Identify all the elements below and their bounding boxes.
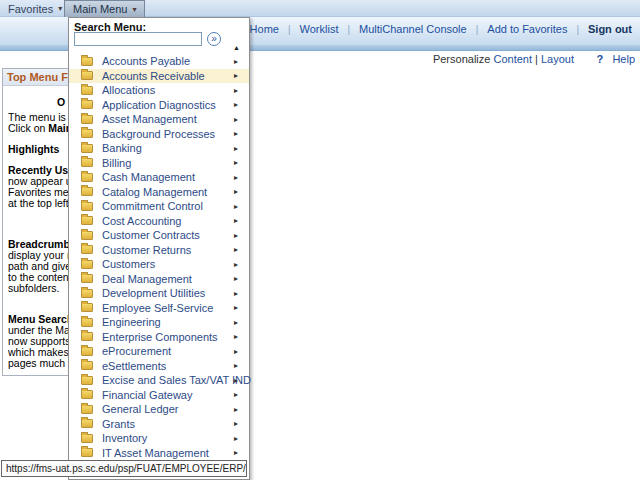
header-links: Home|Worklist|MultiChannel Console|Add t… [250,17,632,41]
menu-item-inventory[interactable]: Inventory▸ [69,431,249,446]
folder-icon [81,332,93,341]
menu-item-label: General Ledger [102,403,178,415]
menu-item-label: Cash Management [102,171,195,183]
separator: | [476,24,479,35]
folder-icon [81,129,93,138]
folder-icon [81,448,93,457]
header-link-add-to-favorites[interactable]: Add to Favorites [487,23,567,35]
search-go-button[interactable]: » [207,32,221,46]
menu-item-application-diagnostics[interactable]: Application Diagnostics▸ [69,98,249,113]
header-link-home[interactable]: Home [250,23,279,35]
menu-item-accounts-receivable[interactable]: Accounts Receivable▸ [69,69,249,84]
menu-item-grants[interactable]: Grants▸ [69,417,249,432]
folder-icon [81,115,93,124]
menu-item-label: Banking [102,142,142,154]
submenu-arrow-icon: ▸ [234,100,238,109]
folder-icon [81,347,93,356]
folder-icon [81,361,93,370]
menu-item-label: Customers [102,258,155,270]
menu-item-label: Grants [102,418,135,430]
folder-icon [81,434,93,443]
menu-item-label: Accounts Payable [102,55,190,67]
personalize-content-link[interactable]: Content [493,53,532,65]
submenu-arrow-icon: ▸ [234,390,238,399]
menu-item-it-asset-management[interactable]: IT Asset Management▸ [69,446,249,461]
folder-icon [81,260,93,269]
menu-item-accounts-payable[interactable]: Accounts Payable▸ [69,54,249,69]
main-menu-tab[interactable]: Main Menu ▾ [64,0,145,17]
menu-item-eprocurement[interactable]: eProcurement▸ [69,344,249,359]
menu-item-label: IT Asset Management [102,447,209,459]
menu-item-label: Commitment Control [102,200,203,212]
favorites-menu[interactable]: Favorites ▾ [8,0,62,17]
menu-item-financial-gateway[interactable]: Financial Gateway▸ [69,388,249,403]
menu-item-development-utilities[interactable]: Development Utilities▸ [69,286,249,301]
menu-item-label: Development Utilities [102,287,205,299]
menu-item-deal-management[interactable]: Deal Management▸ [69,272,249,287]
menu-item-allocations[interactable]: Allocations▸ [69,83,249,98]
submenu-arrow-icon: ▸ [234,347,238,356]
menu-item-billing[interactable]: Billing▸ [69,156,249,171]
chevron-down-icon: ▾ [58,4,62,13]
submenu-arrow-icon: ▸ [234,332,238,341]
folder-icon [81,376,93,385]
submenu-arrow-icon: ▸ [234,216,238,225]
search-menu-input[interactable] [74,32,202,46]
submenu-arrow-icon: ▸ [234,260,238,269]
menu-item-background-processes[interactable]: Background Processes▸ [69,127,249,142]
status-url-text: https://fms-uat.ps.sc.edu/psp/FUAT/EMPLO… [6,463,247,474]
submenu-arrow-icon: ▸ [234,303,238,312]
personalize-label: Personalize [433,53,490,65]
menu-item-label: Billing [102,157,131,169]
header-link-multichannel-console[interactable]: MultiChannel Console [359,23,467,35]
personalize-layout-link[interactable]: Layout [541,53,574,65]
help-icon[interactable]: ? [597,53,604,65]
menu-item-catalog-management[interactable]: Catalog Management▸ [69,185,249,200]
separator: | [535,53,538,65]
menu-item-customer-returns[interactable]: Customer Returns▸ [69,243,249,258]
menu-item-banking[interactable]: Banking▸ [69,141,249,156]
help-link[interactable]: Help [612,53,635,65]
submenu-arrow-icon: ▸ [234,187,238,196]
menu-item-label: Asset Management [102,113,197,125]
menu-item-customers[interactable]: Customers▸ [69,257,249,272]
submenu-arrow-icon: ▸ [234,71,238,80]
folder-icon [81,187,93,196]
menu-item-general-ledger[interactable]: General Ledger▸ [69,402,249,417]
menu-item-label: eProcurement [102,345,171,357]
scroll-up-icon[interactable]: ▲ [233,44,240,51]
submenu-arrow-icon: ▸ [234,361,238,370]
submenu-arrow-icon: ▸ [234,376,238,385]
menu-item-cost-accounting[interactable]: Cost Accounting▸ [69,214,249,229]
submenu-arrow-icon: ▸ [234,57,238,66]
folder-icon [81,173,93,182]
folder-icon [81,390,93,399]
folder-icon [81,57,93,66]
menu-list: Accounts Payable▸Accounts Receivable▸All… [69,54,249,475]
folder-icon [81,202,93,211]
menu-item-label: Customer Contracts [102,229,200,241]
menu-item-cash-management[interactable]: Cash Management▸ [69,170,249,185]
menu-item-label: Catalog Management [102,186,207,198]
menu-item-enterprise-components[interactable]: Enterprise Components▸ [69,330,249,345]
folder-icon [81,318,93,327]
menu-item-commitment-control[interactable]: Commitment Control▸ [69,199,249,214]
folder-icon [81,158,93,167]
menu-item-asset-management[interactable]: Asset Management▸ [69,112,249,127]
submenu-arrow-icon: ▸ [234,434,238,443]
menu-item-customer-contracts[interactable]: Customer Contracts▸ [69,228,249,243]
menu-item-label: eSettlements [102,360,166,372]
menu-item-label: Engineering [102,316,161,328]
menu-item-label: Background Processes [102,128,215,140]
submenu-arrow-icon: ▸ [234,86,238,95]
folder-icon [81,289,93,298]
submenu-arrow-icon: ▸ [234,318,238,327]
menu-item-excise-and-sales-tax-vat-ind[interactable]: Excise and Sales Tax/VAT IND▸ [69,373,249,388]
folder-icon [81,274,93,283]
menu-item-engineering[interactable]: Engineering▸ [69,315,249,330]
menu-item-esettlements[interactable]: eSettlements▸ [69,359,249,374]
header-link-worklist[interactable]: Worklist [300,23,339,35]
menu-item-employee-self-service[interactable]: Employee Self-Service▸ [69,301,249,316]
header-link-sign-out[interactable]: Sign out [588,23,632,35]
folder-icon [81,100,93,109]
